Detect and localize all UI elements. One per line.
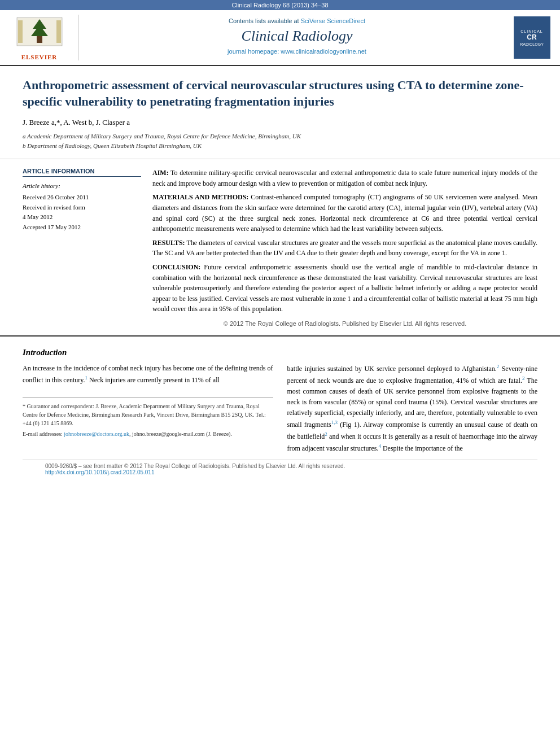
contents-available-text: Contents lists available at (229, 18, 299, 24)
received-date: Received 26 October 2011 (23, 193, 141, 203)
article-info-label: ARTICLE INFORMATION (23, 168, 141, 177)
footnote-area: * Guarantor and correspondent: J. Breeze… (23, 397, 273, 438)
journal-citation-bar: Clinical Radiology 68 (2013) 34–38 (0, 0, 560, 10)
conclusion-label: CONCLUSION: (152, 263, 200, 271)
elsevier-label: ELSEVIER (21, 54, 58, 60)
logo-top-text: clinical (520, 29, 543, 33)
methods-label: MATERIALS AND METHODS: (152, 193, 248, 201)
article-title-section: Anthropometric assessment of cervical ne… (0, 66, 560, 159)
svg-rect-4 (18, 20, 23, 43)
conclusion-text: Future cervical anthropometric assessmen… (152, 263, 537, 313)
aim-text: To determine military-specific cervical … (152, 169, 537, 187)
journal-citation-text: Clinical Radiology 68 (2013) 34–38 (231, 2, 328, 8)
article-info-column: ARTICLE INFORMATION Article history: Rec… (23, 168, 141, 327)
abstract-copyright: © 2012 The Royal College of Radiologists… (152, 320, 537, 327)
journal-info-center: Contents lists available at SciVerse Sci… (85, 15, 509, 60)
two-column-layout: Introduction An increase in the incidenc… (23, 348, 537, 454)
intro-p1-cont: Neck injuries are currently present in 1… (88, 376, 220, 384)
svg-rect-5 (56, 20, 61, 43)
article-main-title: Anthropometric assessment of cervical ne… (23, 77, 537, 110)
revised-label: Received in revised form (23, 203, 141, 213)
journal-url-line: journal homepage: www.clinicalradiologyo… (85, 48, 509, 55)
affiliations: a Academic Department of Military Surger… (23, 132, 537, 150)
doi-line: http://dx.doi.org/10.1016/j.crad.2012.05… (45, 469, 515, 475)
journal-logo-right: clinical CR RADIOLOGY (509, 15, 554, 60)
introduction-title: Introduction (23, 348, 273, 357)
introduction-column: Introduction An increase in the incidenc… (23, 348, 273, 454)
intro-paragraph-1: An increase in the incidence of combat n… (23, 363, 273, 386)
bottom-bar: 0009-9260/$ – see front matter © 2012 Th… (23, 460, 537, 478)
sciverse-link[interactable]: SciVerse ScienceDirect (301, 18, 365, 24)
email-separator: , johno.breeze@google-mail.com (129, 431, 205, 437)
aim-label: AIM: (152, 169, 169, 177)
abstract-conclusion: CONCLUSION: Future cervical anthropometr… (152, 262, 537, 314)
logo-big-text: CR (527, 33, 536, 41)
svg-rect-3 (37, 36, 42, 43)
email-suffix: (J. Breeze). (205, 431, 232, 437)
abstract-aim: AIM: To determine military-specific cerv… (152, 168, 537, 189)
revised-date: 4 May 2012 (23, 212, 141, 222)
issn-line: 0009-9260/$ – see front matter © 2012 Th… (45, 463, 515, 469)
abstract-section: AIM: To determine military-specific cerv… (152, 168, 537, 327)
authors-line: J. Breeze a,*, A. West b, J. Clasper a (23, 118, 537, 127)
results-label: RESULTS: (152, 239, 185, 247)
email-line: E-mail addresses: johnobreeze@doctors.or… (23, 430, 273, 438)
journal-header: ELSEVIER Contents lists available at Sci… (0, 10, 560, 66)
main-content: Introduction An increase in the incidenc… (0, 337, 560, 490)
abstract-methods: MATERIALS AND METHODS: Contrast-enhanced… (152, 192, 537, 234)
email-label: E-mail addresses: (23, 431, 63, 437)
battle-injuries-text: battle injuries sustained by UK service … (287, 365, 497, 373)
elsevier-logo-section: ELSEVIER (6, 15, 79, 60)
ref-1-3: 1,3 (331, 420, 338, 425)
guarantor-text: * Guarantor and correspondent: J. Breeze… (23, 402, 273, 427)
introduction-continuation: battle injuries sustained by UK service … (287, 348, 538, 454)
logo-bottom-text: RADIOLOGY (520, 42, 544, 46)
affiliation-a: a Academic Department of Military Surger… (23, 132, 537, 141)
journal-url-link[interactable]: www.clinicalradiologyonline.net (281, 48, 366, 55)
elsevier-tree-icon (11, 15, 68, 51)
email-link-1[interactable]: johnobreeze@doctors.org.uk (64, 431, 129, 437)
journal-logo-box: clinical CR RADIOLOGY (514, 16, 550, 59)
abstract-column: AIM: To determine military-specific cerv… (152, 168, 537, 327)
affiliation-b: b Department of Radiology, Queen Elizabe… (23, 141, 537, 151)
abstract-results: RESULTS: The diameters of cervical vascu… (152, 238, 537, 259)
article-history-label: Article history: (23, 182, 141, 189)
doi-link[interactable]: http://dx.doi.org/10.1016/j.crad.2012.05… (45, 469, 154, 475)
results-text: The diameters of cervical vascular struc… (152, 239, 537, 257)
intro-paragraph-2: battle injuries sustained by UK service … (287, 362, 538, 454)
journal-name-title: Clinical Radiology (85, 28, 509, 45)
accepted-date: Accepted 17 May 2012 (23, 222, 141, 233)
sciverse-line: Contents lists available at SciVerse Sci… (85, 18, 509, 24)
article-info-abstract: ARTICLE INFORMATION Article history: Rec… (0, 159, 560, 337)
